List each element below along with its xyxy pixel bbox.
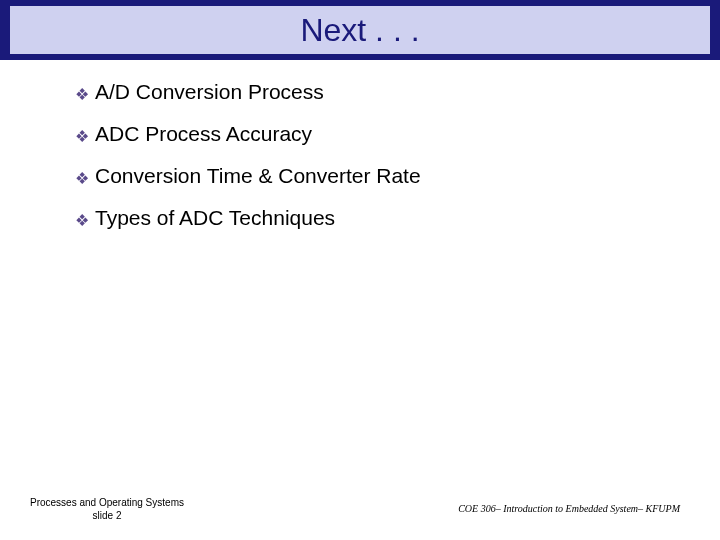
bullet-text: ADC Process Accuracy [95,122,312,146]
footer-right: COE 306– Introduction to Embedded System… [458,503,680,514]
list-item: ❖ Types of ADC Techniques [75,206,680,230]
footer-left-line2: slide 2 [30,509,184,522]
title-bar: Next . . . [0,0,720,60]
content-area: ❖ A/D Conversion Process ❖ ADC Process A… [75,80,680,248]
footer: Processes and Operating Systems slide 2 … [0,482,720,522]
footer-left-line1: Processes and Operating Systems [30,496,184,509]
slide-title: Next . . . [300,12,419,49]
diamond-bullet-icon: ❖ [75,213,89,229]
list-item: ❖ A/D Conversion Process [75,80,680,104]
list-item: ❖ Conversion Time & Converter Rate [75,164,680,188]
bullet-text: A/D Conversion Process [95,80,324,104]
diamond-bullet-icon: ❖ [75,87,89,103]
diamond-bullet-icon: ❖ [75,129,89,145]
title-inner: Next . . . [10,6,710,54]
footer-left: Processes and Operating Systems slide 2 [30,496,184,522]
bullet-text: Conversion Time & Converter Rate [95,164,421,188]
bullet-text: Types of ADC Techniques [95,206,335,230]
list-item: ❖ ADC Process Accuracy [75,122,680,146]
diamond-bullet-icon: ❖ [75,171,89,187]
